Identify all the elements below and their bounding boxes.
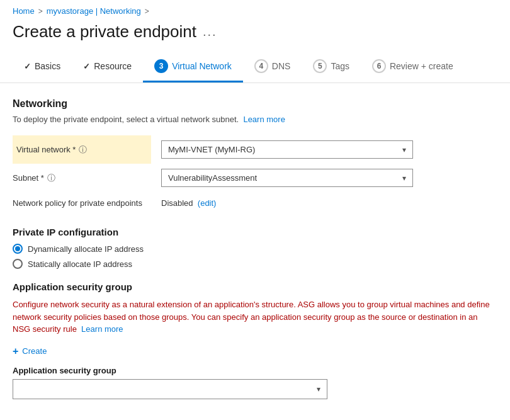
radio-static[interactable]: Statically allocate IP address <box>13 259 497 269</box>
vnet-value: MyMI-VNET (MyMI-RG) ▾ <box>151 135 497 164</box>
breadcrumb-home[interactable]: Home <box>13 6 35 16</box>
tab-review-create-label: Review + create <box>390 61 453 71</box>
subnet-info-icon[interactable]: ⓘ <box>47 173 55 184</box>
check-icon-resource: ✓ <box>83 62 90 71</box>
asg-learn-more-link[interactable]: Learn more <box>81 324 123 334</box>
private-ip-section: Private IP configuration Dynamically all… <box>13 227 497 269</box>
asg-desc: Configure network security as a natural … <box>13 298 497 336</box>
radio-static-label: Statically allocate IP address <box>28 259 132 269</box>
networking-desc: To deploy the private endpoint, select a… <box>13 115 497 124</box>
radio-dynamic-label: Dynamically allocate IP address <box>28 244 144 254</box>
asg-create-button[interactable]: + Create <box>13 346 47 357</box>
tab-resource-label: Resource <box>94 61 132 71</box>
page-title-row: Create a private endpoint ... <box>0 20 510 52</box>
vnet-dropdown-arrow: ▾ <box>402 145 406 154</box>
network-policy-row: Network policy for private endpoints Dis… <box>13 192 497 214</box>
network-policy-label: Network policy for private endpoints <box>13 198 151 208</box>
asg-section: Application security group Configure net… <box>13 281 497 399</box>
tab-num-tags: 5 <box>313 59 327 73</box>
tab-tags[interactable]: 5 Tags <box>302 52 361 82</box>
check-icon-basics: ✓ <box>24 62 31 71</box>
radio-dynamic[interactable]: Dynamically allocate IP address <box>13 244 497 254</box>
networking-section-title: Networking <box>13 98 497 110</box>
breadcrumb-sep1: > <box>38 7 43 16</box>
vnet-form-grid: Virtual network * ⓘ MyMI-VNET (MyMI-RG) … <box>13 135 497 192</box>
asg-dropdown-arrow: ▾ <box>317 385 320 394</box>
tab-basics-label: Basics <box>35 61 60 71</box>
wizard-tabs: ✓ Basics ✓ Resource 3 Virtual Network 4 … <box>0 52 510 83</box>
tab-num-dns: 4 <box>254 59 268 73</box>
asg-create-label: Create <box>22 346 47 356</box>
tab-resource[interactable]: ✓ Resource <box>72 54 143 81</box>
asg-title: Application security group <box>13 281 497 292</box>
page-title-options[interactable]: ... <box>203 25 217 39</box>
network-policy-edit-link[interactable]: (edit) <box>198 198 217 208</box>
vnet-label: Virtual network * ⓘ <box>13 135 151 164</box>
subnet-dropdown[interactable]: VulnerabilityAssessment ▾ <box>161 169 413 187</box>
tab-num-vnet: 3 <box>154 59 168 73</box>
radio-dynamic-circle <box>13 244 23 254</box>
asg-dropdown[interactable]: ▾ <box>13 379 327 399</box>
radio-static-circle <box>13 259 23 269</box>
tab-dns-label: DNS <box>272 61 291 71</box>
private-ip-radio-group: Dynamically allocate IP address Statical… <box>13 244 497 269</box>
subnet-value: VulnerabilityAssessment ▾ <box>151 164 497 192</box>
breadcrumb: Home > myvastorage | Networking > <box>0 0 510 20</box>
vnet-info-icon[interactable]: ⓘ <box>79 144 87 156</box>
subnet-dropdown-arrow: ▾ <box>402 174 406 183</box>
main-content: Networking To deploy the private endpoin… <box>0 83 510 420</box>
networking-learn-more-link[interactable]: Learn more <box>243 115 285 124</box>
tab-basics[interactable]: ✓ Basics <box>13 54 72 81</box>
breadcrumb-sep2: > <box>145 7 149 16</box>
tab-virtual-network[interactable]: 3 Virtual Network <box>143 52 243 82</box>
tab-num-review: 6 <box>372 59 386 73</box>
tab-dns[interactable]: 4 DNS <box>243 52 302 82</box>
subnet-label: Subnet * ⓘ <box>13 164 151 192</box>
plus-icon: + <box>13 346 18 357</box>
tab-virtual-network-label: Virtual Network <box>172 61 232 71</box>
network-policy-value: Disabled (edit) <box>151 198 216 208</box>
private-ip-title: Private IP configuration <box>13 227 497 237</box>
breadcrumb-link[interactable]: myvastorage | Networking <box>47 6 141 16</box>
tab-tags-label: Tags <box>331 61 349 71</box>
tab-review-create[interactable]: 6 Review + create <box>361 52 465 82</box>
asg-field-label: Application security group <box>13 366 497 375</box>
page-title: Create a private endpoint <box>13 22 196 42</box>
vnet-dropdown[interactable]: MyMI-VNET (MyMI-RG) ▾ <box>161 140 413 159</box>
